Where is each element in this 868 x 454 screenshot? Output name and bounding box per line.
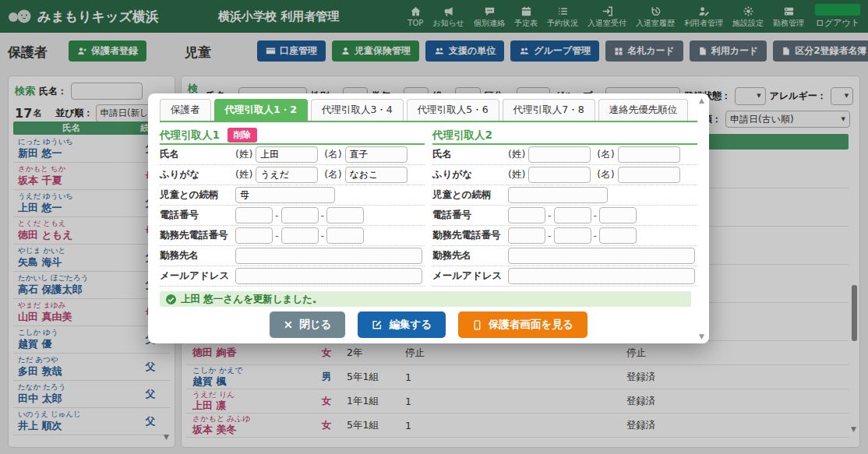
p2-work-phone-2-input[interactable] [554,227,591,244]
proxy-pickup-modal: 保護者 代理引取人1・2 代理引取人3・4 代理引取人5・6 代理引取人7・8 … [148,93,709,343]
p1-sei-kana-input[interactable] [256,167,318,183]
edit-pencil-icon [372,319,383,330]
proxy-2-title: 代理引取人2 [432,128,492,143]
p1-email-input[interactable] [235,268,422,284]
tab-proxy-3-4[interactable]: 代理引取人3・4 [311,99,404,121]
p1-phone-1-input[interactable] [235,207,273,223]
modal-buttons: 閉じる 編集する 保護者画面を見る [148,311,709,338]
success-message: 上田 悠一さんを更新しました。 [160,291,691,307]
p1-phone-3-input[interactable] [326,207,364,223]
p2-phone-1-input[interactable] [508,207,545,223]
p1-work-phone-2-input[interactable] [281,227,319,244]
p2-work-phone-3-input[interactable] [599,227,637,244]
tab-proxy-5-6[interactable]: 代理引取人5・6 [407,99,499,121]
delete-proxy-1-button[interactable]: 削除 [228,128,257,143]
p1-mei-input[interactable] [345,146,408,163]
proxy-1-title: 代理引取人1 [160,128,220,143]
tab-proxy-1-2[interactable]: 代理引取人1・2 [214,99,308,121]
phone-icon [472,319,482,331]
proxy-person-2-form: 代理引取人2 氏名 (姓) (名) ふりがな (姓) (名) 児童との続柄 電話… [432,127,697,287]
modal-scroll-down-icon[interactable]: ▼ [699,333,704,340]
p2-workplace-input[interactable] [508,248,695,264]
edit-button[interactable]: 編集する [358,311,446,338]
p1-sei-input[interactable] [256,146,318,163]
tab-guardian[interactable]: 保護者 [160,99,211,121]
p1-relation-input[interactable] [235,187,335,203]
p2-sei-kana-input[interactable] [528,167,591,183]
p2-phone-2-input[interactable] [554,207,591,223]
close-icon [284,320,293,329]
success-check-icon [166,294,176,304]
modal-tabs: 保護者 代理引取人1・2 代理引取人3・4 代理引取人5・6 代理引取人7・8 … [160,99,697,122]
p1-work-phone-3-input[interactable] [326,227,364,244]
p1-work-phone-1-input[interactable] [235,227,273,244]
p2-mei-input[interactable] [618,146,680,163]
p1-mei-kana-input[interactable] [345,167,408,183]
tab-proxy-7-8[interactable]: 代理引取人7・8 [503,99,595,121]
p2-sei-input[interactable] [528,146,591,163]
p1-phone-2-input[interactable] [281,207,319,223]
close-button[interactable]: 閉じる [270,311,345,338]
p2-mei-kana-input[interactable] [618,167,680,183]
tab-contact-priority[interactable]: 連絡先優先順位 [598,99,689,121]
p2-email-input[interactable] [508,268,695,284]
p2-phone-3-input[interactable] [599,207,637,223]
p2-work-phone-1-input[interactable] [508,227,545,244]
p1-workplace-input[interactable] [235,248,422,264]
p2-relation-input[interactable] [508,187,608,203]
modal-scroll-up-icon[interactable]: ▲ [699,97,704,104]
proxy-person-1-form: 代理引取人1 削除 氏名 (姓) (名) ふりがな (姓) (名) 児童との続柄… [160,127,425,287]
view-parent-screen-button[interactable]: 保護者画面を見る [458,311,587,338]
